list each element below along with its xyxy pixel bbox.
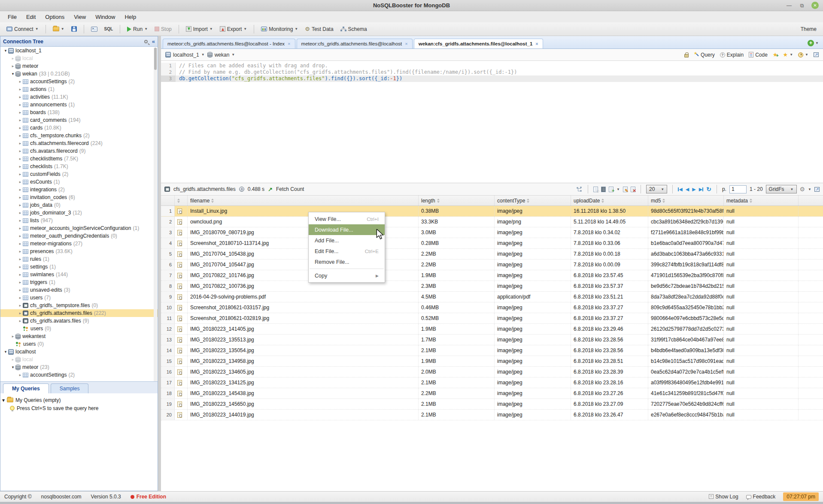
cell-length[interactable]: 2.2MB <box>419 249 495 259</box>
cell-md5[interactable]: 8da73a8df28ea7c2dda92d88f0c <box>648 292 724 302</box>
cell-length[interactable]: 2.1MB <box>419 345 495 356</box>
cell-contentType[interactable]: image/jpeg <box>495 410 571 420</box>
expander-icon[interactable]: ▸ <box>18 373 23 377</box>
next-page-button[interactable]: ▶ <box>692 187 695 192</box>
tree-item[interactable]: ▸ local <box>0 356 158 363</box>
cell-uploadDate[interactable]: 6.8.2018 klo 23.29.46 <box>571 324 648 334</box>
cell-metadata[interactable]: null <box>724 399 799 409</box>
cell-length[interactable]: 2.2MB <box>419 388 495 398</box>
cell-md5[interactable]: b1e6bac0a0d7eea800790a7d47 <box>648 238 724 248</box>
expander-icon[interactable]: ▾ <box>3 350 8 354</box>
cell-uploadDate[interactable]: 16.11.2018 klo 1.38.50 <box>571 206 648 216</box>
cell-length[interactable]: 0.52MB <box>419 313 495 323</box>
header-contentType[interactable]: contentType <box>495 196 571 205</box>
tree-item[interactable]: ▸ accountSettings (2) <box>0 78 158 85</box>
table-row[interactable]: 17 IMG_20180223_134125.jpg 2.1MB image/j… <box>161 377 823 388</box>
import-button[interactable]: Import▼ <box>184 25 215 33</box>
open-button[interactable]: ▼ <box>51 25 67 33</box>
tree-item[interactable]: ▸ customFields (2) <box>0 170 158 178</box>
tree-item[interactable]: ▸ checklistItems (7.5K) <box>0 155 158 163</box>
expander-icon[interactable]: ▸ <box>18 226 23 230</box>
explain-button[interactable]: ?Explain <box>720 52 744 58</box>
server-selector[interactable]: localhost_1 ▼ <box>165 52 205 58</box>
add-favorite-icon[interactable]: ★ <box>773 51 778 58</box>
expander-icon[interactable]: ▸ <box>18 133 23 138</box>
preview-file-icon[interactable] <box>177 348 182 353</box>
editor-line[interactable]: 3 db.getCollection("cfs_gridfs.attachmen… <box>161 75 823 82</box>
context-menu-item[interactable]: Remove File... <box>309 257 385 267</box>
cell-length[interactable]: 0.46MB <box>419 302 495 313</box>
add-document-icon[interactable] <box>609 187 613 192</box>
view-mode-select[interactable]: GridFs▼ <box>766 185 797 193</box>
expander-icon[interactable]: ▸ <box>18 180 23 184</box>
header-length[interactable]: length <box>419 196 495 205</box>
menu-item[interactable]: Window <box>91 12 119 21</box>
cell-metadata[interactable]: null <box>724 227 799 238</box>
cell-metadata[interactable]: null <box>724 324 799 334</box>
cell-length[interactable]: 2.3MB <box>419 281 495 291</box>
chevron-down-icon[interactable]: ▼ <box>616 187 620 191</box>
expander-icon[interactable]: ▸ <box>18 288 23 292</box>
menu-item[interactable]: File <box>3 12 21 21</box>
preview-file-icon[interactable] <box>177 230 182 235</box>
table-row[interactable]: 8 IMG_20170822_100736.jpg 2.3MB image/jp… <box>161 281 823 292</box>
expander-icon[interactable]: ▸ <box>18 203 23 207</box>
expander-icon[interactable]: ▸ <box>10 334 15 338</box>
tree-item[interactable]: ▸ wekantest <box>0 332 158 340</box>
preview-cell[interactable] <box>175 292 188 302</box>
close-button[interactable]: ✕ <box>811 2 819 9</box>
tree-item[interactable]: ▸ integrations (2) <box>0 186 158 193</box>
table-row[interactable]: 5 IMG_20170704_105438.jpg 2.2MB image/jp… <box>161 249 823 260</box>
gear-icon[interactable]: ⚙ <box>800 186 805 193</box>
feedback-button[interactable]: Feedback <box>746 494 776 500</box>
edition-badge[interactable]: Free Edition <box>131 494 166 500</box>
context-menu-item[interactable]: Edit File... Ctrl+E <box>309 246 385 257</box>
cell-filename[interactable]: IMG_20180223_141405.jpg <box>188 324 419 334</box>
menu-item[interactable]: Help <box>120 12 140 21</box>
run-button[interactable]: Run▼ <box>125 25 150 33</box>
context-menu-item[interactable]: View File... Ctrl+I <box>309 214 385 224</box>
save-button[interactable] <box>69 25 79 33</box>
tree-item[interactable]: ▸ unsaved-edits (3) <box>0 286 158 294</box>
queries-tab[interactable]: My Queries <box>3 383 49 393</box>
cell-length[interactable]: 33.3KB <box>419 217 495 227</box>
cell-filename[interactable]: IMG_20180223_144019.jpg <box>188 410 419 420</box>
cell-length[interactable]: 2.2MB <box>419 260 495 270</box>
cell-uploadDate[interactable]: 6.8.2018 klo 23.57.45 <box>571 270 648 281</box>
header-uploadDate[interactable]: uploadDate <box>571 196 648 205</box>
preview-file-icon[interactable] <box>177 369 182 375</box>
table-row[interactable]: 4 Screenshot_20180710-113714.jpg 0.28MB … <box>161 238 823 249</box>
cell-uploadDate[interactable]: 7.8.2018 klo 0.33.06 <box>571 238 648 248</box>
preview-file-icon[interactable] <box>177 337 182 343</box>
preview-cell[interactable] <box>175 335 188 345</box>
expander-icon[interactable]: ▾ <box>10 365 15 369</box>
cell-metadata[interactable]: null <box>724 388 799 398</box>
header-preview[interactable] <box>175 196 188 205</box>
table-row[interactable]: 11 Screenshot_20180621-032819.jpg 0.52MB… <box>161 313 823 324</box>
cell-md5[interactable]: a6d3babc1063bba473a66c9331 <box>648 249 724 259</box>
table-row[interactable]: 19 IMG_20180223_145650.jpg 2.1MB image/j… <box>161 399 823 410</box>
cell-uploadDate[interactable]: 7.8.2018 klo 0.00.18 <box>571 249 648 259</box>
prev-page-button[interactable]: ◀ <box>686 187 689 192</box>
cell-md5[interactable]: 9800664e097e6cbbd573c28e5d <box>648 313 724 323</box>
table-row[interactable]: 13 IMG_20180223_135513.jpg 1.7MB image/j… <box>161 335 823 345</box>
cell-uploadDate[interactable]: 7.8.2018 klo 0.00.09 <box>571 260 648 270</box>
cell-length[interactable]: 2.1MB <box>419 410 495 420</box>
table-row[interactable]: 2 owncloud.png 33.3KB image/png 5.11.201… <box>161 217 823 227</box>
preview-file-icon[interactable] <box>177 273 182 278</box>
cell-md5[interactable]: 7202775eae70e5624b9d824cff6 <box>648 399 724 409</box>
context-menu-item[interactable]: Add File... <box>309 235 385 246</box>
history-button[interactable]: ▼ <box>798 52 808 57</box>
cell-contentType[interactable]: image/jpeg <box>495 367 571 377</box>
preview-file-icon[interactable] <box>177 241 182 246</box>
query-editor[interactable]: 1 // Files can be added easily with drag… <box>161 61 823 183</box>
cell-contentType[interactable]: image/jpeg <box>495 260 571 270</box>
tree-item[interactable]: ▸ invitation_codes (6) <box>0 193 158 201</box>
expander-icon[interactable]: ▸ <box>18 241 23 246</box>
cell-md5[interactable]: a03f99f836480495e12fdb4e991 <box>648 377 724 388</box>
cell-length[interactable]: 3.0MB <box>419 227 495 238</box>
preview-file-icon[interactable] <box>177 401 182 407</box>
cell-length[interactable]: 0.28MB <box>419 238 495 248</box>
preview-cell[interactable] <box>175 399 188 409</box>
cell-uploadDate[interactable]: 7.8.2018 klo 0.34.02 <box>571 227 648 238</box>
